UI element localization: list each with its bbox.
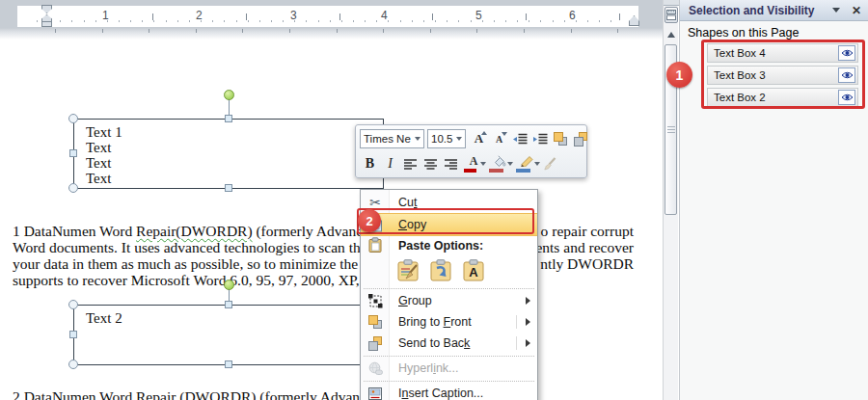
increase-indent-button[interactable] (529, 128, 550, 149)
paragraph-line: Word documents. It uses advanced technol… (13, 239, 634, 255)
document-paragraph[interactable]: 1 DataNumen Word Repair(DWORDR) (formerl… (13, 223, 634, 288)
menu-item-group[interactable]: Group (361, 290, 537, 311)
hyperlink-icon (361, 361, 390, 376)
resize-handle-bottom-left[interactable] (68, 360, 78, 369)
paste-keep-source-button[interactable] (395, 257, 420, 283)
bring-forward-icon (553, 131, 568, 147)
align-center-icon (424, 159, 437, 170)
mini-toolbar: Times Ne 10.5 A A (355, 124, 587, 178)
shapes-on-page-label: Shapes on this Page (688, 26, 799, 40)
paste-options-label-row: Paste Options: (361, 236, 537, 254)
ruler-text-area: 1 2 3 4 5 6 (17, 6, 638, 27)
resize-handle-left[interactable] (69, 331, 77, 338)
left-indent-marker[interactable] (41, 21, 52, 27)
svg-text:A: A (469, 265, 478, 280)
submenu-arrow-icon (526, 318, 530, 326)
send-to-back-icon (361, 335, 390, 351)
format-painter-icon (543, 157, 557, 171)
menu-item-hyperlink[interactable]: Hyperlink... (361, 358, 537, 379)
paragraph-line: supports to recover Microsoft Word 6.0, … (13, 272, 634, 288)
menu-item-send-to-back[interactable]: Send to Back (361, 333, 537, 354)
horizontal-ruler[interactable]: 1 2 3 4 5 6 (0, 0, 663, 40)
border-button[interactable] (513, 153, 540, 174)
split-window-handle[interactable] (664, 0, 679, 6)
increase-indent-icon (532, 133, 548, 146)
annotation-pane-highlight-box (701, 40, 865, 109)
ruler-half-tick (432, 13, 433, 20)
paragraph-line: 1 DataNumen Word Repair(DWORDR) (formerl… (13, 223, 634, 239)
text-box-1[interactable]: Text 1 Text Text Text (73, 119, 384, 189)
selection-pane-header[interactable]: Selection and Visibility ✕ (680, 0, 868, 21)
ruler-half-tick (246, 13, 247, 20)
paste-merge-formatting-button[interactable] (428, 257, 453, 283)
font-color-bar (464, 169, 476, 173)
rotate-handle[interactable] (224, 280, 234, 290)
paste-icon (361, 236, 390, 253)
bring-forward-button[interactable] (550, 128, 570, 149)
ruler-number: 1 (102, 9, 109, 22)
format-painter-button[interactable] (540, 153, 560, 174)
font-color-button[interactable]: A (461, 153, 486, 174)
shrink-font-button[interactable]: A (489, 128, 509, 149)
bold-button[interactable]: B (360, 153, 380, 174)
ruler-number: 3 (290, 9, 297, 22)
pane-close-icon[interactable]: ✕ (852, 4, 861, 17)
paragraph-line: your data in them as much as possible, s… (13, 255, 634, 272)
menu-item-bring-to-front[interactable]: Bring to Front (361, 311, 537, 333)
grow-arrow-icon (481, 131, 487, 135)
annotation-step-1: 1 (666, 62, 692, 88)
align-left-button[interactable] (400, 153, 420, 174)
resize-handle-top-left[interactable] (68, 300, 78, 309)
send-backward-icon (573, 131, 588, 147)
resize-handle-bottom-left[interactable] (68, 183, 78, 193)
ruler-half-tick (619, 13, 620, 20)
paste-keep-text-only-button[interactable]: A (461, 257, 486, 283)
vertical-scrollbar[interactable] (663, 0, 678, 400)
resize-handle-left[interactable] (69, 149, 77, 157)
ruler-minor-ticks (37, 20, 615, 22)
align-center-button[interactable] (420, 153, 441, 174)
shading-button[interactable] (486, 153, 513, 174)
clipped-paragraph-line: 2 DataNumen Word Repair (DWORDR) (former… (13, 388, 398, 400)
resize-handle-top[interactable] (225, 115, 232, 122)
font-name-select[interactable]: Times Ne (360, 129, 424, 148)
decrease-indent-button[interactable] (509, 128, 529, 149)
annotation-step-2: 2 (358, 209, 381, 232)
text-box-1-content[interactable]: Text 1 Text Text Text (86, 124, 122, 186)
resize-handle-bottom[interactable] (225, 184, 232, 192)
scrollbar-grip (667, 126, 675, 133)
scroll-up-button[interactable] (664, 26, 679, 42)
pane-menu-caret-icon[interactable] (832, 8, 840, 13)
align-right-button[interactable] (441, 153, 461, 174)
up-arrow-icon (667, 32, 675, 38)
decrease-indent-icon (512, 133, 528, 146)
group-icon (361, 293, 390, 308)
view-ruler-button[interactable] (665, 7, 678, 23)
annotation-copy-highlight-box (357, 208, 534, 234)
submenu-arrow-icon (526, 339, 530, 347)
grow-font-button[interactable]: A (469, 128, 489, 149)
send-backward-button[interactable] (570, 128, 590, 149)
text-box-2[interactable]: Text 2 (73, 305, 384, 365)
pencil-icon (520, 155, 534, 167)
bring-to-front-icon (361, 314, 390, 330)
resize-handle-top-left[interactable] (68, 114, 78, 123)
rotate-handle[interactable] (224, 90, 234, 100)
italic-button[interactable]: I (380, 153, 400, 174)
resize-handle-top[interactable] (225, 301, 232, 308)
word-document-window: 1 2 3 4 5 6 Text 1 Text Text Text (0, 0, 868, 400)
pane-title: Selection and Visibility (680, 4, 832, 17)
border-color-bar (516, 169, 530, 173)
text-box-2-content[interactable]: Text 2 (86, 310, 122, 326)
submenu-arrow-icon (526, 297, 530, 305)
paint-bucket-icon (493, 155, 507, 167)
align-right-icon (445, 159, 457, 170)
chevron-down-icon (456, 137, 462, 141)
resize-handle-bottom[interactable] (225, 360, 232, 368)
menu-item-insert-caption[interactable]: Insert Caption... (361, 383, 537, 400)
ruler-half-tick (526, 13, 527, 20)
ruler-number: 2 (196, 9, 203, 22)
font-size-select[interactable]: 10.5 (427, 129, 466, 148)
chevron-down-icon (415, 137, 420, 141)
ruler-half-tick (152, 13, 153, 20)
